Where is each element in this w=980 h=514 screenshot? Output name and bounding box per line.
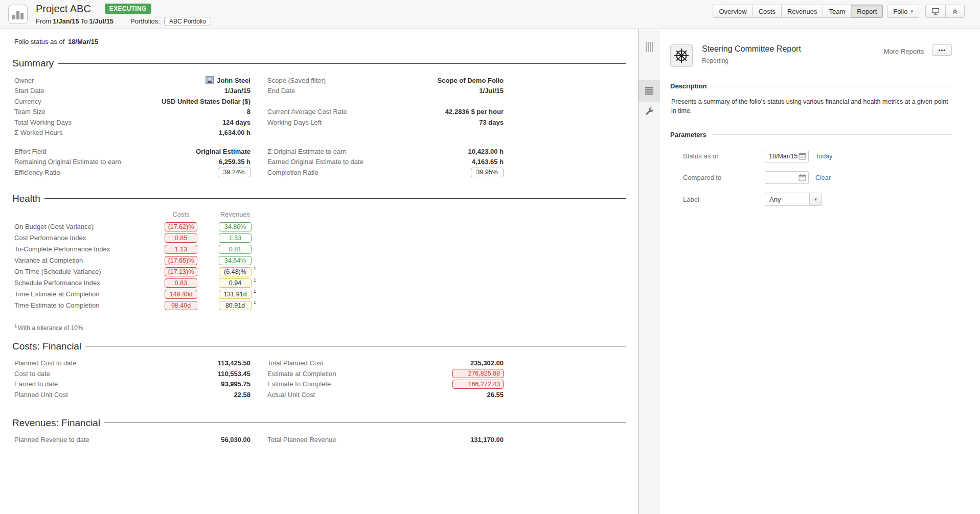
status-as-of-input[interactable]: 18/Mar/15: [765, 150, 809, 162]
costs-financial-section-title: Costs: Financial: [12, 341, 626, 352]
status-badge: EXECUTING: [105, 4, 151, 14]
health-row: On Time (Schedule Variance)(17.13)%(6.48…: [12, 267, 626, 276]
health-cost-badge: 1.13: [165, 245, 197, 254]
clear-link[interactable]: Clear: [815, 174, 831, 181]
report-category: Reporting: [702, 57, 801, 64]
field-row: Estimate at Completion276,825.88: [265, 368, 504, 379]
report-title: Steering Committee Report: [702, 44, 801, 54]
tab-team[interactable]: Team: [823, 5, 851, 18]
field-row: [265, 128, 504, 138]
date-range-to-label: To: [81, 17, 88, 25]
field-row: Efficiency Ratio39.24%: [12, 167, 250, 178]
bar-chart-icon: [16, 11, 19, 19]
presentation-mode-button[interactable]: [925, 5, 946, 18]
health-row: Variance at Completion(17.65)%34.64%: [12, 256, 626, 265]
tolerance-footnote-marker: 1: [254, 266, 256, 271]
tolerance-footnote-marker: 1: [254, 289, 256, 294]
revenues-financial-section-title: Revenues: Financial: [12, 417, 626, 429]
field-row: Σ Original Estimate to earn10,423.00 h: [265, 146, 504, 157]
tab-costs[interactable]: Costs: [753, 5, 782, 18]
field-row: Cost to date110,553.45: [12, 368, 250, 379]
estimate-to-complete-badge: 166,272.43: [452, 380, 504, 389]
field-row: Completion Ratio39.95%: [265, 167, 504, 178]
tab-overview[interactable]: Overview: [713, 5, 753, 18]
date-range-to: 1/Jul/15: [89, 17, 113, 25]
settings-tab[interactable]: [639, 102, 660, 123]
field-row: Working Days Left73 days: [265, 117, 504, 128]
field-row: Total Working Days124 days: [12, 117, 250, 128]
wrench-icon: [645, 107, 654, 118]
panel-divider-rail: [638, 29, 660, 514]
app-window: Project ABC EXECUTING From 1/Jan/15 To 1…: [0, 0, 980, 514]
field-row: Earned to date93,995.75: [12, 379, 250, 390]
param-compared-to: Compared to Clear: [670, 171, 952, 184]
field-row: Scope (Saved filter)Scope of Demo Folio: [265, 75, 504, 86]
health-cost-badge: 149.40d: [165, 290, 197, 299]
health-row: On Budget (Cost Variance)(17.62)%34.80%: [12, 222, 626, 231]
health-cost-badge: 0.83: [165, 278, 197, 288]
report-menu-button[interactable]: •••: [932, 44, 952, 56]
page-title: Project ABC: [36, 3, 91, 15]
folio-dropdown-button[interactable]: Folio ▾: [887, 5, 919, 18]
folio-status-line: Folio status as of 18/Mar/15: [14, 38, 626, 45]
collapse-header-button[interactable]: [945, 5, 965, 18]
more-reports-link[interactable]: More Reports: [884, 48, 924, 55]
health-row: Schedule Performance Index0.830.941: [12, 278, 626, 288]
section-rule: [712, 86, 952, 86]
health-revenue-badge: (6.48)%: [219, 267, 252, 276]
nav-button-group: Overview Costs Revenues Team Report: [713, 5, 883, 18]
calendar-icon[interactable]: [799, 152, 806, 160]
health-row: Time Estimate to Completion98.40d80.91d1: [12, 301, 626, 310]
section-rule: [44, 198, 626, 199]
health-cost-badge: (17.62)%: [165, 222, 197, 231]
compared-to-input[interactable]: [765, 171, 809, 184]
report-details-tab[interactable]: [639, 80, 660, 102]
field-row: Planned Revenue to date56,030.00: [12, 435, 250, 446]
efficiency-ratio-badge: 39.24%: [218, 168, 250, 177]
health-row: To-Complete Performance Index1.130.81: [12, 245, 626, 254]
parameters-heading: Parameters: [670, 131, 952, 138]
health-revenue-badge: 131.91d: [219, 290, 252, 299]
status-date: 18/Mar/15: [68, 38, 98, 45]
calendar-icon[interactable]: [799, 174, 806, 181]
field-row: Team Size8: [12, 107, 250, 118]
field-row: Start Date1/Jan/15: [12, 86, 250, 97]
app-header: Project ABC EXECUTING From 1/Jan/15 To 1…: [0, 0, 980, 29]
tab-revenues[interactable]: Revenues: [781, 5, 824, 18]
health-column-headers: Costs Revenues: [12, 211, 626, 218]
health-row: Time Estimate at Completion149.40d131.91…: [12, 290, 626, 299]
report-content: Folio status as of 18/Mar/15 Summary Own…: [0, 29, 638, 514]
costs-column-header: Costs: [165, 211, 197, 218]
field-row: Current Average Cost Rate42.2836 $ per h…: [265, 107, 504, 118]
field-row: Planned Cost to date113,425.50: [12, 358, 250, 369]
field-row: Remaining Original Estimate to earn6,259…: [12, 157, 250, 168]
field-row: Total Planned Revenue131,170.00: [265, 435, 504, 446]
today-link[interactable]: Today: [815, 153, 832, 160]
tab-report[interactable]: Report: [851, 5, 883, 18]
tolerance-footnote-marker: 1: [254, 300, 256, 305]
project-logo[interactable]: [8, 5, 28, 24]
completion-ratio-badge: 39.95%: [471, 168, 504, 177]
description-text: Presents a summary of the folio's status…: [671, 98, 952, 115]
section-rule: [712, 134, 952, 135]
steering-wheel-icon[interactable]: [670, 44, 693, 67]
report-side-panel: Steering Committee Report Reporting More…: [660, 29, 980, 514]
health-cost-badge: (17.13)%: [165, 267, 197, 276]
portfolios-label: Portfolios:: [130, 17, 160, 25]
summary-section-title: Summary: [12, 58, 626, 69]
health-revenue-badge: 34.64%: [219, 256, 252, 265]
health-revenue-badge: 34.80%: [219, 222, 252, 231]
field-row: CurrencyUSD United States Dollar ($): [12, 96, 250, 107]
portfolio-chip[interactable]: ABC Portfolio: [164, 17, 211, 26]
param-status-as-of: Status as of 18/Mar/15 Today: [670, 150, 952, 162]
document-lines-icon: [645, 87, 653, 95]
health-cost-badge: (17.65)%: [165, 256, 197, 265]
tolerance-footnote: 1With a tolerance of 10%: [14, 323, 626, 332]
health-cost-badge: 0.85: [165, 233, 197, 243]
resize-grip-icon[interactable]: [646, 42, 653, 52]
field-row: Total Planned Cost235,302.00: [265, 358, 504, 369]
param-label: Label Any ▾: [670, 193, 952, 206]
label-select[interactable]: Any ▾: [765, 193, 822, 206]
bar-chart-icon: [12, 15, 15, 19]
field-row: Actual Unit Cost26.55: [265, 389, 504, 400]
